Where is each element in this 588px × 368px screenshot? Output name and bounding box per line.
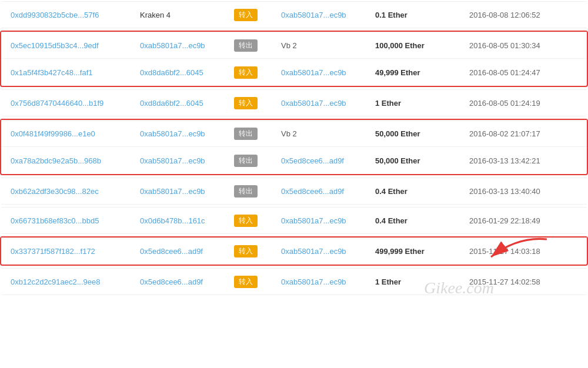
amount-value: 0.4 Ether [375, 216, 469, 225]
table-row: 0xdd9930832b5cbe...57f6Kraken 4转入0xab580… [1, 1, 587, 28]
to-address-link[interactable]: 0xab5801a7...ec9b [281, 216, 346, 225]
from-address-link[interactable]: 0xab5801a7...ec9b [140, 41, 205, 50]
tx-hash-link[interactable]: 0x756d87470446640...b1f9 [11, 99, 103, 108]
date-value: 2015-11-27 14:03:18 [469, 247, 575, 256]
table-row: 0x0f481f49f99986...e1e00xab5801a7...ec9b… [1, 120, 587, 147]
direction-badge: 转入 [234, 245, 258, 257]
direction-badge: 转出 [234, 128, 258, 140]
from-label: Kraken 4 [140, 11, 171, 19]
from-address-link[interactable]: 0xd8da6bf2...6045 [140, 68, 203, 77]
from-address-link[interactable]: 0xab5801a7...ec9b [140, 187, 205, 196]
highlighted-group: 0x5ec10915d5b3c4...9edf0xab5801a7...ec9b… [0, 31, 588, 87]
amount-value: 49,999 Ether [375, 68, 469, 77]
from-address-link[interactable]: 0x0d6b478b...161c [140, 216, 205, 225]
amount-value: 50,000 Ether [375, 156, 469, 165]
tx-hash-link[interactable]: 0x66731b68ef83c0...bbd5 [11, 216, 99, 225]
date-value: 2016-08-05 01:24:47 [469, 68, 575, 77]
amount-value: 100,000 Ether [375, 41, 469, 50]
date-value: 2016-08-02 21:07:17 [469, 129, 575, 138]
table-row: 0x756d87470446640...b1f90xd8da6bf2...604… [1, 89, 587, 116]
tx-hash-link[interactable]: 0xdd9930832b5cbe...57f6 [11, 11, 99, 19]
table-row: 0x5ec10915d5b3c4...9edf0xab5801a7...ec9b… [1, 32, 587, 59]
tx-hash-link[interactable]: 0x5ec10915d5b3c4...9edf [11, 41, 99, 50]
main-container: 0xdd9930832b5cbe...57f6Kraken 4转入0xab580… [0, 0, 588, 368]
tx-hash-link[interactable]: 0x0f481f49f99986...e1e0 [11, 129, 95, 138]
from-address-link[interactable]: 0x5ed8cee6...ad9f [140, 277, 203, 286]
regular-row-wrapper: 0x756d87470446640...b1f90xd8da6bf2...604… [0, 88, 588, 118]
date-value: 2016-03-13 13:42:21 [469, 156, 575, 165]
table-row: 0x337371f587f182...f1720x5ed8cee6...ad9f… [1, 237, 587, 265]
from-address-link[interactable]: 0xab5801a7...ec9b [140, 156, 205, 165]
direction-badge: 转入 [234, 66, 258, 79]
tx-hash-link[interactable]: 0xa78a2bdc9e2a5b...968b [11, 156, 101, 165]
direction-badge: 转出 [234, 155, 258, 167]
to-address-link[interactable]: 0x5ed8cee6...ad9f [281, 156, 344, 165]
amount-value: 1 Ether [375, 99, 469, 108]
to-address-link[interactable]: 0xab5801a7...ec9b [281, 99, 346, 108]
from-address-link[interactable]: 0xd8da6bf2...6045 [140, 99, 203, 108]
date-value: 2016-08-05 01:24:19 [469, 99, 575, 108]
direction-badge: 转入 [234, 276, 258, 288]
table-row: 0x1a5f4f3b427c48...faf10xd8da6bf2...6045… [1, 59, 587, 86]
to-label: Vb 2 [281, 129, 297, 138]
tx-hash-link[interactable]: 0x1a5f4f3b427c48...faf1 [11, 68, 93, 77]
table-row: 0xa78a2bdc9e2a5b...968b0xab5801a7...ec9b… [1, 147, 587, 174]
amount-value: 0.1 Ether [375, 11, 469, 19]
to-address-link[interactable]: 0xab5801a7...ec9b [281, 277, 346, 286]
date-value: 2016-03-13 13:40:40 [469, 187, 575, 196]
to-address-link[interactable]: 0x5ed8cee6...ad9f [281, 187, 344, 196]
amount-value: 499,999 Ether [375, 247, 469, 256]
direction-badge: 转出 [234, 185, 258, 198]
regular-row-wrapper: 0xb62a2df3e30c98...82ec0xab5801a7...ec9b… [0, 176, 588, 206]
highlighted-group: 0x0f481f49f99986...e1e00xab5801a7...ec9b… [0, 119, 588, 175]
regular-row-wrapper: 0xdd9930832b5cbe...57f6Kraken 4转入0xab580… [0, 0, 588, 29]
amount-value: 1 Ether [375, 277, 469, 286]
tx-hash-link[interactable]: 0xb12c2d2c91aec2...9ee8 [11, 277, 101, 286]
date-value: 2016-08-08 12:06:52 [469, 11, 575, 19]
highlighted-group: 0x337371f587f182...f1720x5ed8cee6...ad9f… [0, 236, 588, 266]
transaction-table: 0xdd9930832b5cbe...57f6Kraken 4转入0xab580… [0, 0, 588, 296]
tx-hash-link[interactable]: 0x337371f587f182...f172 [11, 247, 95, 256]
direction-badge: 转入 [234, 215, 258, 227]
date-value: 2015-11-27 14:02:58 [469, 277, 575, 286]
amount-value: 50,000 Ether [375, 129, 469, 138]
regular-row-wrapper: 0x66731b68ef83c0...bbd50x0d6b478b...161c… [0, 206, 588, 235]
regular-row-wrapper: 0xb12c2d2c91aec2...9ee80x5ed8cee6...ad9f… [0, 267, 588, 296]
date-value: 2016-01-29 22:18:49 [469, 216, 575, 225]
direction-badge: 转出 [234, 39, 258, 52]
from-address-link[interactable]: 0x5ed8cee6...ad9f [140, 247, 203, 256]
direction-badge: 转入 [234, 97, 258, 109]
to-address-link[interactable]: 0xab5801a7...ec9b [281, 68, 346, 77]
amount-value: 0.4 Ether [375, 187, 469, 196]
direction-badge: 转入 [234, 9, 258, 21]
from-address-link[interactable]: 0xab5801a7...ec9b [140, 129, 205, 138]
to-address-link[interactable]: 0xab5801a7...ec9b [281, 11, 346, 19]
to-address-link[interactable]: 0xab5801a7...ec9b [281, 247, 346, 256]
to-label: Vb 2 [281, 41, 297, 50]
table-row: 0xb12c2d2c91aec2...9ee80x5ed8cee6...ad9f… [1, 268, 587, 295]
table-row: 0x66731b68ef83c0...bbd50x0d6b478b...161c… [1, 207, 587, 234]
date-value: 2016-08-05 01:30:34 [469, 41, 575, 50]
table-row: 0xb62a2df3e30c98...82ec0xab5801a7...ec9b… [1, 178, 587, 205]
tx-hash-link[interactable]: 0xb62a2df3e30c98...82ec [11, 187, 99, 196]
